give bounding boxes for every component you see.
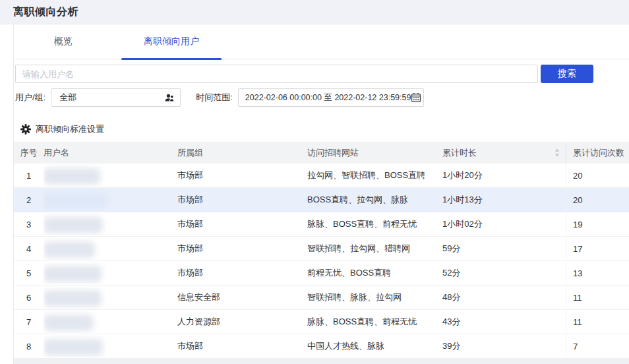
cell-visits: 7	[566, 334, 629, 358]
cell-index: 7	[14, 317, 44, 327]
table-row[interactable]: 1 市场部 拉勾网、智联招聘、BOSS直聘 1小时20分 20	[14, 164, 629, 188]
cell-username	[44, 237, 172, 260]
cell-duration: 48分	[437, 291, 566, 303]
settings-link-label: 离职倾向标准设置	[36, 123, 104, 135]
user-group-label: 用户/组:	[15, 92, 45, 104]
cell-duration: 1小时20分	[437, 169, 566, 181]
cell-group: 市场部	[172, 169, 302, 181]
cell-sites: 脉脉、BOSS直聘、前程无忧	[302, 316, 437, 328]
cell-group: 市场部	[172, 267, 302, 279]
users-icon[interactable]	[164, 92, 175, 103]
table-row[interactable]: 8 市场部 中国人才热线、脉脉 39分 7	[14, 334, 629, 359]
cell-visits: 19	[566, 212, 629, 236]
cell-username	[44, 189, 172, 211]
redacted-username	[44, 266, 102, 282]
cell-sites: BOSS直聘、拉勾网、脉脉	[302, 194, 437, 206]
cell-username	[44, 311, 172, 333]
table-body: 1 市场部 拉勾网、智联招聘、BOSS直聘 1小时20分 20 2 市场部 BO…	[14, 164, 629, 359]
cell-group: 市场部	[172, 243, 302, 255]
cell-index: 1	[14, 171, 44, 181]
cell-group: 市场部	[172, 194, 302, 206]
cell-visits: 20	[566, 164, 629, 187]
table-row[interactable]: 7 人力资源部 脉脉、BOSS直聘、前程无忧 43分 11	[14, 310, 629, 334]
tab-tendency-users[interactable]: 离职倾向用户	[121, 24, 222, 59]
cell-group: 市场部	[172, 218, 302, 230]
cell-index: 6	[14, 293, 44, 303]
redacted-username	[44, 217, 103, 233]
table-row[interactable]: 6 信息安全部 智联招聘、脉脉、拉勾网 48分 11	[14, 286, 629, 310]
cell-group: 人力资源部	[172, 316, 302, 328]
redacted-username	[44, 315, 94, 331]
page-header-band: 离职倾向分析	[0, 0, 629, 24]
table-header: 序号 用户名 所属组 访问招聘网站 累计时长 累计访问次数	[14, 142, 629, 164]
search-row: 搜索	[15, 65, 629, 83]
cell-username	[44, 335, 172, 357]
cell-username	[44, 262, 172, 284]
cell-duration: 1小时02分	[437, 218, 566, 230]
header-group: 所属组	[172, 147, 302, 159]
redacted-username	[44, 193, 107, 209]
time-range-picker[interactable]: 2022-02-06 00:00:00 至 2022-02-12 23:59:5…	[238, 88, 424, 107]
cell-username	[44, 286, 172, 309]
cell-duration: 1小时13分	[437, 194, 566, 206]
cell-sites: 智联招聘、拉勾网、猎聘网	[302, 243, 437, 255]
redacted-username	[44, 290, 102, 307]
search-input[interactable]	[15, 65, 538, 83]
cell-index: 2	[14, 195, 44, 205]
cell-index: 5	[14, 268, 44, 278]
cell-index: 4	[14, 244, 44, 254]
caret-down-icon	[555, 154, 559, 156]
cell-visits: 17	[566, 237, 629, 260]
cell-visits: 13	[566, 261, 629, 285]
gear-icon	[20, 124, 31, 135]
content-card: 概览 离职倾向用户 搜索 用户/组: 全部 时间范围: 2022-02-06 0…	[13, 24, 629, 364]
cell-duration: 43分	[437, 316, 566, 328]
table-row[interactable]: 5 市场部 前程无忧、BOSS直聘 52分 13	[14, 261, 629, 286]
caret-up-icon	[555, 149, 559, 152]
tendency-criteria-settings-link[interactable]: 离职倾向标准设置	[20, 123, 629, 136]
table-row[interactable]: 2 市场部 BOSS直聘、拉勾网、脉脉 1小时13分 20	[14, 188, 629, 212]
next-row-partial	[14, 359, 629, 364]
cell-sites: 前程无忧、BOSS直聘	[302, 267, 437, 279]
table-row[interactable]: 4 市场部 智联招聘、拉勾网、猎聘网 59分 17	[14, 237, 629, 261]
cell-group: 市场部	[172, 340, 302, 352]
header-username: 用户名	[44, 147, 172, 159]
cell-username	[44, 213, 172, 235]
calendar-icon[interactable]	[411, 92, 421, 103]
redacted-username	[44, 168, 100, 185]
header-sites: 访问招聘网站	[302, 147, 437, 159]
tab-bar: 概览 离职倾向用户	[14, 24, 629, 59]
header-duration: 累计时长	[437, 147, 566, 159]
user-group-select[interactable]: 全部	[51, 88, 181, 107]
cell-sites: 中国人才热线、脉脉	[302, 340, 437, 352]
filter-row: 用户/组: 全部 时间范围: 2022-02-06 00:00:00 至 202…	[15, 88, 629, 107]
header-visits: 累计访问次数	[566, 142, 629, 164]
cell-visits: 11	[566, 310, 629, 334]
header-index: 序号	[14, 147, 44, 159]
redacted-username	[44, 339, 103, 355]
cell-username	[44, 164, 172, 187]
cell-duration: 39分	[437, 340, 566, 352]
table-row[interactable]: 3 市场部 脉脉、BOSS直聘、前程无忧 1小时02分 19	[14, 212, 629, 237]
cell-duration: 52分	[437, 267, 566, 279]
cell-group: 信息安全部	[172, 291, 302, 303]
time-range-label: 时间范围:	[196, 92, 233, 104]
search-button[interactable]: 搜索	[541, 65, 593, 83]
cell-duration: 59分	[437, 243, 566, 255]
cell-visits: 20	[566, 188, 629, 212]
redacted-username	[44, 241, 95, 258]
page-title: 离职倾向分析	[13, 5, 78, 19]
cell-visits: 11	[566, 286, 629, 309]
cell-index: 3	[14, 220, 44, 229]
cell-sites: 拉勾网、智联招聘、BOSS直聘	[302, 169, 437, 181]
tendency-users-table: 序号 用户名 所属组 访问招聘网站 累计时长 累计访问次数 1 市场部 拉勾网、…	[14, 142, 629, 364]
sort-duration-control[interactable]	[554, 148, 560, 158]
cell-sites: 智联招聘、脉脉、拉勾网	[302, 291, 437, 303]
tab-overview[interactable]: 概览	[32, 24, 95, 59]
user-group-value: 全部	[59, 92, 164, 104]
time-range-value: 2022-02-06 00:00:00 至 2022-02-12 23:59:5…	[245, 92, 411, 104]
cell-sites: 脉脉、BOSS直聘、前程无忧	[302, 218, 437, 230]
cell-index: 8	[14, 342, 44, 351]
